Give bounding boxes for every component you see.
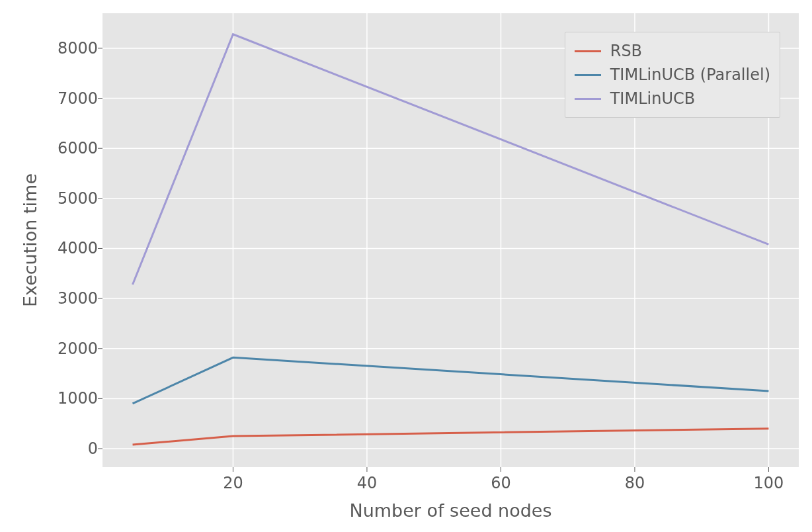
x-tick-label: 60 xyxy=(474,474,527,492)
series-line-0 xyxy=(133,429,769,445)
plot-area: RSBTIMLinUCB (Parallel)TIMLinUCB xyxy=(102,13,799,467)
legend-swatch xyxy=(575,74,601,76)
series-line-1 xyxy=(133,357,769,404)
x-tick-label: 100 xyxy=(742,474,795,492)
chart-container: RSBTIMLinUCB (Parallel)TIMLinUCB 0100020… xyxy=(0,0,812,532)
x-tick-label: 80 xyxy=(608,474,661,492)
legend-label: TIMLinUCB xyxy=(610,89,695,108)
x-tick-label: 20 xyxy=(206,474,259,492)
legend-label: RSB xyxy=(610,42,642,60)
legend-swatch xyxy=(575,50,601,52)
legend: RSBTIMLinUCB (Parallel)TIMLinUCB xyxy=(565,32,780,118)
x-axis-label: Number of seed nodes xyxy=(102,500,799,521)
legend-item: RSB xyxy=(575,39,770,63)
y-axis-label: Execution time xyxy=(20,15,40,465)
legend-swatch xyxy=(575,98,601,100)
x-tick-label: 40 xyxy=(341,474,393,492)
legend-label: TIMLinUCB (Parallel) xyxy=(610,66,770,84)
legend-item: TIMLinUCB (Parallel) xyxy=(575,63,770,87)
legend-item: TIMLinUCB xyxy=(575,87,770,111)
